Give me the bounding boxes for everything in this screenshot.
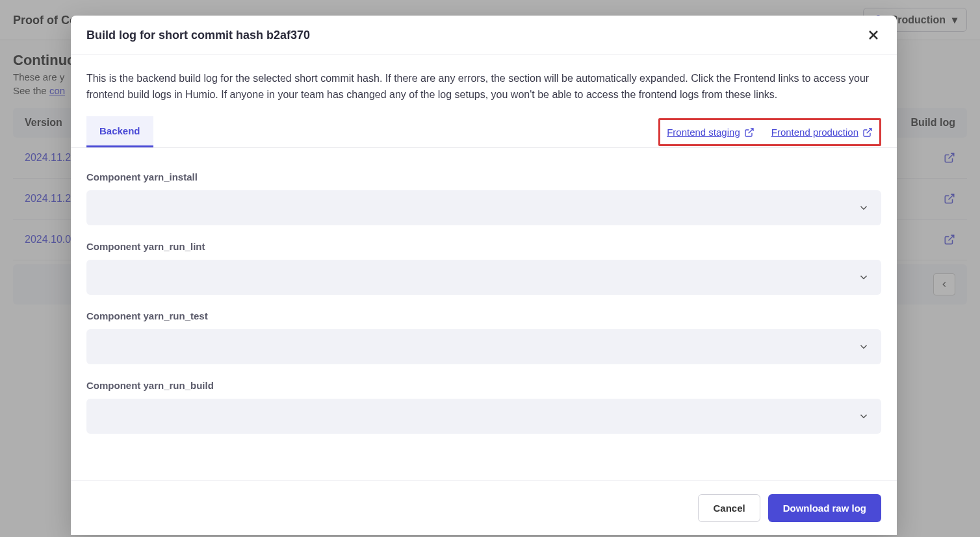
modal-body[interactable]: This is the backend build log for the se… [71,55,897,481]
frontend-production-link[interactable]: Frontend production [771,127,873,138]
component-accordion[interactable] [86,399,881,434]
frontend-staging-label: Frontend staging [667,127,740,138]
svg-line-5 [748,129,753,133]
tab-row: Backend Frontend staging Frontend produc… [71,116,897,148]
modal-footer: Cancel Download raw log [71,481,897,535]
component-title: Component yarn_run_lint [86,241,881,252]
component-section: Component yarn_run_lint [86,241,881,295]
chevron-down-icon [858,341,870,353]
cancel-button[interactable]: Cancel [698,494,760,522]
modal-header: Build log for short commit hash b2af370 [71,16,897,55]
modal-description: This is the backend build log for the se… [71,55,897,116]
download-raw-log-button[interactable]: Download raw log [768,494,881,522]
component-title: Component yarn_run_test [86,310,881,321]
chevron-down-icon [858,271,870,283]
modal-title: Build log for short commit hash b2af370 [86,29,310,42]
components-list: Component yarn_install Component yarn_ru… [71,148,897,460]
tab-list: Backend [86,116,153,147]
close-button[interactable] [866,27,881,43]
tab-backend[interactable]: Backend [86,116,153,147]
chevron-down-icon [858,410,870,422]
component-accordion[interactable] [86,260,881,295]
svg-line-6 [867,129,871,133]
external-link-icon [744,127,754,138]
component-section: Component yarn_run_build [86,380,881,434]
frontend-links-highlight: Frontend staging Frontend production [658,118,881,146]
component-section: Component yarn_install [86,171,881,225]
chevron-down-icon [858,202,870,214]
component-section: Component yarn_run_test [86,310,881,364]
component-title: Component yarn_install [86,171,881,182]
external-link-icon [862,127,873,138]
close-icon [866,27,881,43]
frontend-staging-link[interactable]: Frontend staging [667,127,754,138]
build-log-modal: Build log for short commit hash b2af370 … [71,16,897,535]
component-accordion[interactable] [86,190,881,225]
component-accordion[interactable] [86,329,881,364]
component-title: Component yarn_run_build [86,380,881,391]
frontend-production-label: Frontend production [771,127,858,138]
